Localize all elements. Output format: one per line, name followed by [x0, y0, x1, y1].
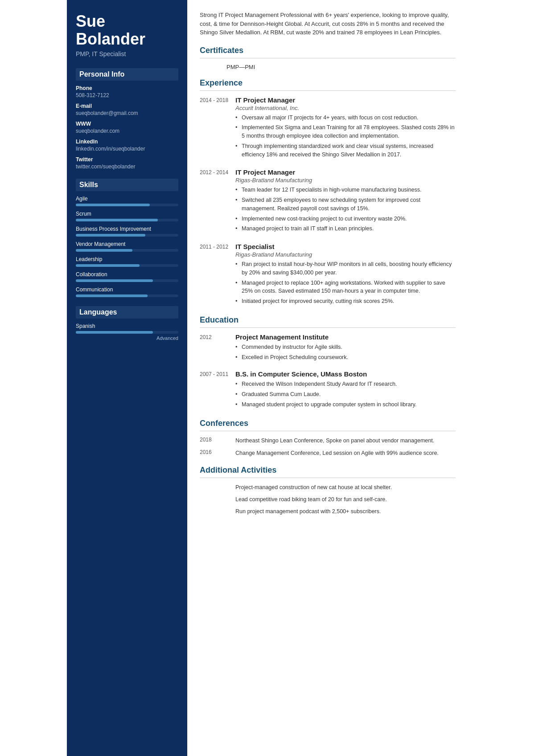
summary-text: Strong IT Project Management Professiona… [200, 11, 456, 37]
certificates-list: PMP—PMI [200, 64, 456, 70]
languages-section-title: Languages [76, 306, 178, 319]
exp-bullets-0: Oversaw all major IT projects for 4+ yea… [235, 114, 456, 159]
skill-bar-fill-2 [76, 234, 145, 237]
language-bar-fill-0 [76, 331, 153, 334]
conf-row-0: 2018 Northeast Shingo Lean Conference, S… [200, 437, 456, 445]
exp-bullet: Implemented new cost-tracking project to… [235, 215, 456, 223]
edu-bullets-0: Commended by instructor for Agile skills… [235, 343, 456, 362]
conferences-list: 2018 Northeast Shingo Lean Conference, S… [200, 437, 456, 458]
personal-info-section-title: Personal Info [76, 68, 178, 81]
exp-year-0: 2014 - 2018 [200, 96, 235, 161]
exp-year-2: 2011 - 2012 [200, 243, 235, 307]
skill-bar-1 [76, 219, 178, 221]
exp-bullet: Switched all 235 employees to new schedu… [235, 196, 456, 213]
edu-bullet: Excelled in Project Scheduling coursewor… [235, 353, 456, 362]
exp-company-1: Rigas-Bratland Manufacturing [235, 177, 456, 184]
phone-value: 508-312-7122 [76, 92, 178, 98]
languages-list: Spanish Advanced [76, 323, 178, 341]
exp-row-2: 2011 - 2012 IT Specialist Rigas-Bratland… [200, 243, 456, 307]
skill-name-3: Vendor Management [76, 241, 178, 247]
skill-item-2: Business Process Improvement [76, 226, 178, 237]
edu-content-1: B.S. in Computer Science, UMass Boston R… [235, 370, 456, 410]
skill-bar-0 [76, 204, 178, 206]
email-label: E-mail [76, 103, 178, 109]
edu-content-0: Project Management Institute Commended b… [235, 333, 456, 364]
activity-item-0: Project-managed construction of new cat … [235, 483, 456, 492]
skills-section-title: Skills [76, 179, 178, 191]
activity-item-1: Lead competitive road biking team of 20 … [235, 495, 456, 504]
cert-value-0: PMP—PMI [226, 64, 255, 70]
linkedin-label: LinkedIn [76, 139, 178, 145]
edu-year-0: 2012 [200, 333, 235, 364]
exp-bullet: Ran project to install hour-by-hour WIP … [235, 260, 456, 277]
skill-name-0: Agile [76, 196, 178, 202]
edu-bullet: Commended by instructor for Agile skills… [235, 343, 456, 351]
skill-item-1: Scrum [76, 211, 178, 221]
language-level-0: Advanced [76, 335, 178, 341]
exp-job-title-0: IT Project Manager [235, 96, 456, 104]
skill-bar-fill-6 [76, 294, 148, 297]
skill-bar-fill-1 [76, 219, 158, 221]
phone-label: Phone [76, 85, 178, 91]
activities-list: Project-managed construction of new cat … [200, 483, 456, 515]
skill-bar-2 [76, 234, 178, 237]
skill-item-4: Leadership [76, 256, 178, 267]
edu-bullet: Received the Wilson Independent Study Aw… [235, 380, 456, 388]
skill-item-6: Communication [76, 286, 178, 297]
language-name-0: Spanish [76, 323, 178, 329]
www-label: WWW [76, 121, 178, 127]
edu-year-1: 2007 - 2011 [200, 370, 235, 410]
candidate-title: PMP, IT Specialist [76, 50, 178, 57]
experience-list: 2014 - 2018 IT Project Manager Accurit I… [200, 96, 456, 307]
activity-item-2: Run project management podcast with 2,50… [235, 507, 456, 516]
email-value: sueqbolander@gmail.com [76, 110, 178, 116]
skill-name-4: Leadership [76, 256, 178, 262]
skills-list: Agile Scrum Business Process Improvement… [76, 196, 178, 297]
skill-item-5: Collaboration [76, 271, 178, 282]
edu-bullet: Managed student project to upgrade compu… [235, 400, 456, 409]
certificates-divider [200, 58, 456, 58]
conf-year-1: 2016 [200, 449, 235, 458]
skill-bar-4 [76, 264, 178, 267]
education-list: 2012 Project Management Institute Commen… [200, 333, 456, 411]
language-item-0: Spanish Advanced [76, 323, 178, 341]
main-content: Strong IT Project Management Professiona… [187, 0, 468, 756]
exp-company-0: Accurit International, Inc. [235, 105, 456, 111]
activities-section-title: Additional Activities [200, 466, 456, 475]
exp-company-2: Rigas-Bratland Manufacturing [235, 251, 456, 258]
skill-item-0: Agile [76, 196, 178, 206]
conf-desc-0: Northeast Shingo Lean Conference, Spoke … [235, 437, 456, 445]
education-section-title: Education [200, 315, 456, 325]
twitter-value: twitter.com/sueqbolander [76, 163, 178, 170]
candidate-name: Sue Bolander [76, 12, 178, 48]
skill-name-2: Business Process Improvement [76, 226, 178, 232]
exp-bullets-1: Team leader for 12 IT specialists in hig… [235, 186, 456, 233]
exp-bullet: Through implementing standardized work a… [235, 142, 456, 159]
skill-name-6: Communication [76, 286, 178, 293]
exp-row-1: 2012 - 2014 IT Project Manager Rigas-Bra… [200, 168, 456, 235]
skill-bar-fill-3 [76, 249, 132, 252]
experience-divider [200, 90, 456, 91]
skill-name-1: Scrum [76, 211, 178, 217]
skill-item-3: Vendor Management [76, 241, 178, 252]
conf-desc-1: Change Management Conference, Led sessio… [235, 449, 456, 458]
activities-divider [200, 478, 456, 478]
exp-bullet: Initiated project for improved security,… [235, 297, 456, 306]
exp-job-title-2: IT Specialist [235, 243, 456, 250]
skill-bar-5 [76, 279, 178, 282]
conf-year-0: 2018 [200, 437, 235, 445]
exp-row-0: 2014 - 2018 IT Project Manager Accurit I… [200, 96, 456, 161]
exp-job-title-1: IT Project Manager [235, 168, 456, 176]
skill-bar-fill-5 [76, 279, 153, 282]
edu-row-1: 2007 - 2011 B.S. in Computer Science, UM… [200, 370, 456, 410]
exp-content-2: IT Specialist Rigas-Bratland Manufacturi… [235, 243, 456, 307]
linkedin-value: linkedin.com/in/sueqbolander [76, 146, 178, 152]
skill-bar-6 [76, 294, 178, 297]
experience-section-title: Experience [200, 78, 456, 88]
education-divider [200, 327, 456, 328]
conf-row-1: 2016 Change Management Conference, Led s… [200, 449, 456, 458]
exp-bullet: Oversaw all major IT projects for 4+ yea… [235, 114, 456, 122]
exp-year-1: 2012 - 2014 [200, 168, 235, 235]
edu-bullets-1: Received the Wilson Independent Study Aw… [235, 380, 456, 409]
edu-row-0: 2012 Project Management Institute Commen… [200, 333, 456, 364]
